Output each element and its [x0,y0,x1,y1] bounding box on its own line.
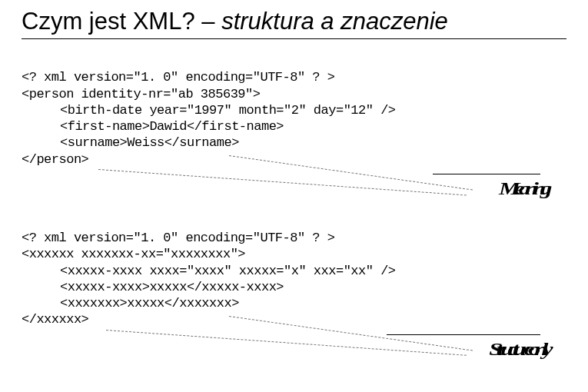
code-line: <xxxxx-xxxx xxxx="xxxx" xxxxx="x" xxx="x… [22,264,396,278]
code-line: <xxxxxx xxxxxxx-xx="xxxxxxxx"> [22,247,245,261]
annotation-rule [433,174,540,174]
code-line: <first-name>Dawid</first-name> [22,119,284,134]
title-italic: struktura a znaczenie [221,8,448,35]
code-line: <xxxxxxx>xxxxx</xxxxxxx> [22,296,239,311]
code-line: <surname>Weiss</surname> [22,135,239,150]
code-line: <birth-date year="1997" month="2" day="1… [22,103,396,118]
code-line: <? xml version="1. 0" encoding="UTF-8" ?… [22,70,334,85]
code-block-2: <? xml version="1. 0" encoding="UTF-8" ?… [22,214,566,328]
arrow-icon [98,169,467,195]
code-line: </person> [22,152,88,167]
title-plain: Czym jest XML? – [22,8,221,35]
annotation-text: Structure only [489,339,546,360]
code-line: <? xml version="1. 0" encoding="UTF-8" ?… [22,231,334,245]
annotation-label-meaning: Meaning [504,178,540,199]
slide-title: Czym jest XML? – struktura a znaczenie [22,8,566,39]
code-line: <person identity-nr="ab 385639"> [22,87,260,101]
annotation-rule [387,334,540,335]
annotation-1: Meaning [22,172,566,208]
code-block-1: <? xml version="1. 0" encoding="UTF-8" ?… [22,53,566,168]
code-line: <xxxxx-xxxx>xxxxx</xxxxx-xxxx> [22,280,284,294]
slide: Czym jest XML? – struktura a znaczenie <… [0,0,588,382]
annotation-2: Structure only [22,333,566,368]
annotation-label-structure: Structure only [496,339,540,360]
code-line: </xxxxxx> [22,312,88,327]
annotation-text: Meaning [499,178,546,199]
